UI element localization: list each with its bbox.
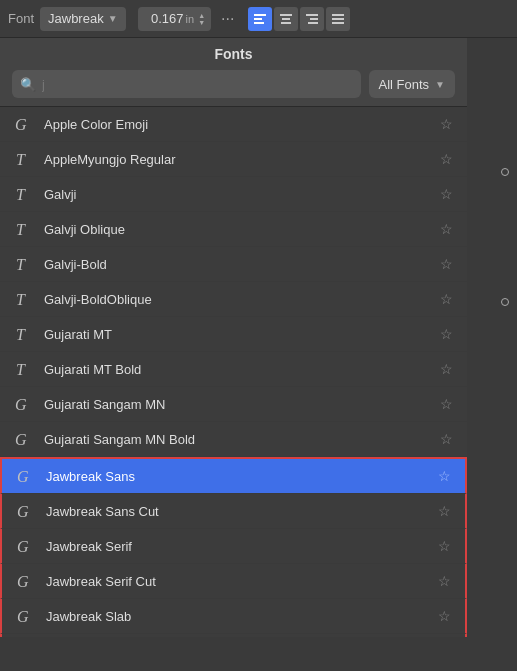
font-type-icon: G: [14, 535, 36, 557]
font-type-icon: G: [14, 465, 36, 487]
font-list-item[interactable]: TGujarati MT☆: [0, 317, 467, 352]
svg-text:G: G: [17, 573, 29, 590]
star-button[interactable]: ☆: [436, 503, 453, 519]
font-name-label: Jawbreak Sans Cut: [46, 504, 436, 519]
svg-text:G: G: [15, 396, 27, 413]
svg-text:G: G: [17, 468, 29, 485]
svg-text:G: G: [15, 431, 27, 448]
star-button[interactable]: ☆: [436, 468, 453, 484]
star-button[interactable]: ☆: [438, 431, 455, 447]
align-justify-icon: [331, 12, 345, 26]
svg-rect-10: [332, 18, 344, 20]
font-name-label: Jawbreak Slab: [46, 609, 436, 624]
font-name-label: Jawbreak Serif Cut: [46, 574, 436, 589]
font-type-icon: G: [14, 500, 36, 522]
font-name-label: Galvji-Bold: [44, 257, 438, 272]
canvas-area: [467, 38, 517, 671]
font-list-item[interactable]: TGalvji☆: [0, 177, 467, 212]
font-list-item[interactable]: GGujarati Sangam MN☆: [0, 387, 467, 422]
font-list-item[interactable]: TGalvji Oblique☆: [0, 212, 467, 247]
font-list-item[interactable]: TGujarati MT Bold☆: [0, 352, 467, 387]
align-left-button[interactable]: [248, 7, 272, 31]
star-button[interactable]: ☆: [438, 116, 455, 132]
font-list-item[interactable]: TAppleMyungjo Regular☆: [0, 142, 467, 177]
star-button[interactable]: ☆: [436, 608, 453, 624]
toolbar: Font Jawbreak ▼ in ▲ ▼ ···: [0, 0, 517, 38]
filter-dropdown[interactable]: All Fonts ▼: [369, 70, 455, 98]
font-name-label: Jawbreak Sans: [46, 469, 436, 484]
svg-text:G: G: [17, 503, 29, 520]
font-type-icon: T: [12, 148, 34, 170]
star-button[interactable]: ☆: [438, 361, 455, 377]
svg-rect-11: [332, 22, 344, 24]
svg-text:G: G: [17, 538, 29, 555]
chevron-down-icon: ▼: [108, 13, 118, 24]
font-type-icon: G: [12, 428, 34, 450]
fonts-header: Fonts 🔍 All Fonts ▼: [0, 38, 467, 107]
font-name-label: Gujarati Sangam MN Bold: [44, 432, 438, 447]
align-center-icon: [279, 12, 293, 26]
font-list-item[interactable]: GJawbreak Serif Cut☆: [0, 564, 467, 599]
align-center-button[interactable]: [274, 7, 298, 31]
font-list-item[interactable]: GJawbreak Sans Cut☆: [0, 494, 467, 529]
font-name-label: Galvji: [44, 187, 438, 202]
font-list-item[interactable]: TGalvji-Bold☆: [0, 247, 467, 282]
filter-label: All Fonts: [379, 77, 430, 92]
align-right-icon: [305, 12, 319, 26]
search-input[interactable]: [42, 77, 353, 92]
align-right-button[interactable]: [300, 7, 324, 31]
font-list-item[interactable]: TGalvji-BoldOblique☆: [0, 282, 467, 317]
svg-rect-3: [280, 14, 292, 16]
font-type-icon: G: [14, 605, 36, 627]
font-type-icon: G: [14, 570, 36, 592]
star-button[interactable]: ☆: [436, 538, 453, 554]
svg-rect-5: [281, 22, 291, 24]
canvas-dot-2: [501, 298, 509, 306]
font-list-item[interactable]: GJawbreak Serif☆: [0, 529, 467, 564]
font-name-label: Jawbreak Serif: [46, 539, 436, 554]
left-panel: Fonts 🔍 All Fonts ▼ GApple Color Emoji☆T…: [0, 38, 467, 637]
svg-text:T: T: [16, 326, 26, 343]
svg-text:T: T: [16, 361, 26, 378]
font-name: Jawbreak: [48, 11, 104, 26]
search-box: 🔍: [12, 70, 361, 98]
svg-rect-7: [310, 18, 318, 20]
search-icon: 🔍: [20, 77, 36, 92]
font-list-item[interactable]: GGujarati Sangam MN Bold☆: [0, 422, 467, 457]
filter-chevron-icon: ▼: [435, 79, 445, 90]
align-justify-button[interactable]: [326, 7, 350, 31]
star-button[interactable]: ☆: [438, 221, 455, 237]
font-list-item[interactable]: GJawbreak Slab☆: [0, 599, 467, 634]
font-list-item[interactable]: GApple Color Emoji☆: [0, 107, 467, 142]
font-type-icon: T: [12, 288, 34, 310]
align-group: [248, 7, 350, 31]
star-button[interactable]: ☆: [438, 186, 455, 202]
font-list-item[interactable]: GJawbreak Sans☆: [0, 457, 467, 494]
font-selector[interactable]: Jawbreak ▼: [40, 7, 126, 31]
size-unit: in: [186, 13, 195, 25]
font-list-item[interactable]: GJawbreak Slab Cut☆: [0, 634, 467, 637]
font-type-icon: T: [12, 358, 34, 380]
star-button[interactable]: ☆: [438, 396, 455, 412]
svg-text:T: T: [16, 291, 26, 308]
font-name-label: Apple Color Emoji: [44, 117, 438, 132]
svg-rect-8: [308, 22, 318, 24]
star-button[interactable]: ☆: [438, 291, 455, 307]
svg-rect-9: [332, 14, 344, 16]
svg-text:T: T: [16, 186, 26, 203]
svg-text:G: G: [15, 116, 27, 133]
star-button[interactable]: ☆: [438, 256, 455, 272]
size-up-icon[interactable]: ▲: [198, 12, 205, 19]
font-name-label: Galvji-BoldOblique: [44, 292, 438, 307]
svg-text:G: G: [17, 608, 29, 625]
star-button[interactable]: ☆: [436, 573, 453, 589]
font-name-label: AppleMyungjo Regular: [44, 152, 438, 167]
font-type-icon: G: [12, 393, 34, 415]
font-type-icon: T: [12, 218, 34, 240]
star-button[interactable]: ☆: [438, 151, 455, 167]
size-input[interactable]: [144, 11, 184, 26]
font-name-label: Gujarati MT: [44, 327, 438, 342]
more-button[interactable]: ···: [217, 10, 238, 28]
star-button[interactable]: ☆: [438, 326, 455, 342]
size-down-icon[interactable]: ▼: [198, 19, 205, 26]
